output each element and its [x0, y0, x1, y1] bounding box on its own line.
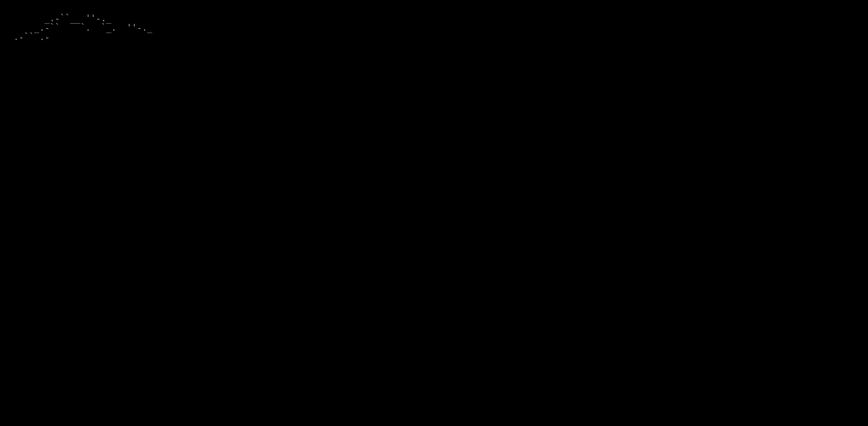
redis-server-terminal: _.-``__ ''-._ _.-`` `. `_. ''-._ .-`` .-	[0, 0, 561, 294]
redis-ascii-art: _.-``__ ''-._ _.-`` `. `_. ''-._ .-`` .-	[3, 14, 558, 42]
